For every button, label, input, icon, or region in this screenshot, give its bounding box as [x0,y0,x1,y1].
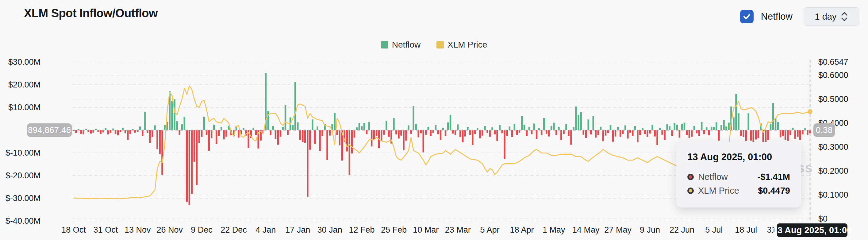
netflow-bar[interactable] [206,130,208,135]
netflow-bar[interactable] [489,130,491,137]
netflow-bar[interactable] [679,130,681,138]
netflow-bar[interactable] [287,130,289,135]
netflow-bar[interactable] [691,130,693,137]
netflow-bar[interactable] [676,125,678,130]
netflow-bar[interactable] [622,130,624,134]
netflow-bar[interactable] [787,130,789,141]
netflow-bar[interactable] [602,130,604,141]
netflow-bar[interactable] [664,130,665,140]
netflow-bar[interactable] [558,127,560,130]
netflow-bar[interactable] [105,128,107,130]
netflow-bar[interactable] [617,127,619,130]
netflow-bar[interactable] [716,122,717,130]
netflow-bar[interactable] [420,130,422,133]
netflow-bar[interactable] [294,82,296,130]
netflow-bar[interactable] [398,130,400,139]
netflow-bar[interactable] [75,130,77,133]
netflow-bar[interactable] [484,126,486,130]
netflow-bar[interactable] [90,130,92,133]
netflow-bar[interactable] [361,126,363,130]
netflow-bar[interactable] [708,130,710,136]
netflow-bar[interactable] [506,130,508,136]
netflow-bar[interactable] [203,117,205,130]
netflow-bar[interactable] [672,130,673,136]
netflow-bar[interactable] [385,121,388,130]
netflow-bar[interactable] [110,130,112,133]
netflow-bar[interactable] [629,130,631,133]
netflow-bar[interactable] [417,130,419,138]
netflow-bar[interactable] [152,130,153,137]
netflow-bar[interactable] [531,130,533,134]
netflow-bar[interactable] [795,130,796,139]
netflow-bar[interactable] [526,130,528,136]
netflow-bar[interactable] [174,99,176,130]
netflow-bar[interactable] [184,117,186,130]
netflow-bar[interactable] [415,124,417,130]
netflow-bar[interactable] [472,130,473,145]
netflow-bar[interactable] [711,127,713,130]
netflow-bar[interactable] [368,122,370,130]
netflow-bar[interactable] [179,130,181,135]
netflow-bar[interactable] [139,126,141,130]
netflow-bar[interactable] [213,125,215,130]
netflow-bar[interactable] [585,130,587,138]
netflow-bar[interactable] [740,130,742,136]
netflow-bar[interactable] [366,130,368,134]
netflow-bar[interactable] [743,130,744,137]
netflow-bar[interactable] [644,130,646,134]
netflow-bar[interactable] [560,130,562,140]
netflow-bar[interactable] [706,127,708,130]
netflow-bar[interactable] [307,130,309,197]
netflow-bar[interactable] [327,130,328,160]
netflow-bar[interactable] [321,130,323,136]
netflow-bar[interactable] [494,130,496,134]
netflow-bar[interactable] [193,130,195,162]
netflow-bar[interactable] [125,130,126,133]
netflow-bar[interactable] [450,115,452,130]
netflow-bar[interactable] [563,130,565,134]
netflow-bar[interactable] [80,130,82,134]
netflow-bar[interactable] [728,123,730,130]
netflow-bar[interactable] [551,126,552,130]
netflow-bar[interactable] [405,130,407,141]
netflow-bar[interactable] [181,124,183,130]
netflow-bar[interactable] [120,130,121,132]
netflow-bar[interactable] [220,127,222,130]
netflow-bar[interactable] [299,130,301,140]
netflow-bar[interactable] [364,123,365,130]
netflow-bar[interactable] [548,130,550,137]
netflow-bar[interactable] [666,124,668,130]
netflow-bar[interactable] [285,104,286,130]
netflow-bar[interactable] [149,130,151,143]
netflow-bar[interactable] [647,130,648,137]
netflow-bar[interactable] [440,130,442,140]
netflow-bar[interactable] [474,130,476,134]
netflow-bar[interactable] [223,130,225,139]
netflow-bar[interactable] [524,125,525,130]
netflow-bar[interactable] [304,130,306,143]
netflow-bar[interactable] [156,130,158,149]
netflow-bar[interactable] [275,130,277,139]
netflow-bar[interactable] [587,119,589,130]
netflow-bar[interactable] [83,130,84,134]
netflow-bar[interactable] [777,122,779,130]
netflow-bar[interactable] [455,130,456,135]
netflow-bar[interactable] [593,116,594,130]
netflow-bar[interactable] [127,130,129,140]
netflow-bar[interactable] [568,130,569,136]
netflow-bar[interactable] [718,130,720,141]
netflow-bar[interactable] [422,130,424,153]
netflow-bar[interactable] [255,130,257,135]
netflow-bar[interactable] [546,130,548,134]
netflow-bar[interactable] [482,130,484,136]
netflow-bar[interactable] [720,125,722,130]
netflow-bar[interactable] [745,130,747,141]
netflow-bar[interactable] [610,125,612,130]
netflow-bar[interactable] [501,130,503,133]
netflow-bar[interactable] [605,130,607,136]
netflow-bar[interactable] [755,130,757,139]
netflow-bar[interactable] [371,130,373,146]
netflow-bar[interactable] [595,130,597,138]
netflow-bar[interactable] [747,113,749,130]
netflow-bar[interactable] [578,115,579,130]
